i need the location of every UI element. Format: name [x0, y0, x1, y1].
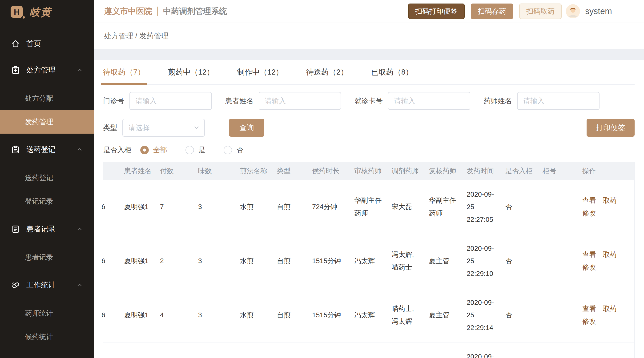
- type-select[interactable]: [122, 119, 205, 137]
- pharmacist-name-input[interactable]: [517, 92, 600, 110]
- cell-flavors: 3: [192, 234, 234, 288]
- radio-option-label: 全部: [153, 145, 167, 155]
- sidebar-subitem-pharmacist-stats[interactable]: 药师统计: [0, 302, 94, 325]
- take-link[interactable]: 取药: [603, 194, 617, 207]
- sidebar-item-label: 患者记录: [26, 224, 56, 234]
- radio-option-no[interactable]: 否: [224, 145, 244, 155]
- sidebar-subitem-wait-medicine-stats[interactable]: 候药统计: [0, 325, 94, 349]
- cell-cabinet-no: [537, 234, 577, 288]
- cell-actions: 查看取药修改: [577, 234, 634, 288]
- cell-dispense-pharmacist: 冯太辉,喵药士: [386, 234, 423, 288]
- cell-doses: 4: [154, 288, 192, 342]
- cell-dispense-time: 2020-09-25 22:29:14: [461, 288, 500, 342]
- cell-patient: 夏明强1: [119, 342, 154, 358]
- column-header-10: 发药时间: [461, 162, 500, 180]
- sidebar-subitem-dispense-mgmt[interactable]: 发药管理: [0, 110, 94, 134]
- table-row: 6夏明强143水煎自煎1515分钟冯太辉喵药士,冯太辉夏主管2020-09-25…: [103, 288, 634, 342]
- table-row: 6夏明强173水煎自煎724分钟华副主任药师宋大磊华副主任药师2020-09-2…: [103, 180, 634, 234]
- sidebar-subitem-label: 处方分配: [25, 94, 53, 103]
- tab-pending-delivery[interactable]: 待送药（2）: [306, 60, 348, 84]
- chevron-up-icon: [76, 282, 83, 288]
- topbar: 遵义市中医院 中药调剂管理系统 扫码打印便签扫码存药扫码取药 system: [94, 0, 644, 22]
- cell-dispense-pharmacist: 喵药士,冯太辉: [386, 288, 423, 342]
- cell-in-cabinet: 否: [500, 234, 537, 288]
- cell-cabinet-no: [537, 288, 577, 342]
- cell-flavors: 3: [192, 180, 234, 234]
- scan-print-note-button[interactable]: 扫码打印便签: [408, 3, 465, 19]
- patient-record-icon: [11, 224, 20, 234]
- search-button[interactable]: 查询: [229, 119, 264, 137]
- column-header-3: 味数: [192, 162, 234, 180]
- edit-link[interactable]: 修改: [582, 261, 596, 274]
- table-row: 6夏明强193水煎自煎1068分钟华副主任药师夏主管啊哈2020-09-26 1…: [103, 342, 634, 358]
- breadcrumb[interactable]: 处方管理 / 发药管理: [104, 31, 168, 41]
- cell-actions: 查看取药修改: [577, 342, 634, 358]
- type-select-input[interactable]: [122, 119, 205, 137]
- brand-logo-text: 岐黄: [30, 5, 52, 19]
- filter-pharmacist-name: 药师姓名: [484, 92, 600, 110]
- column-header-12: 柜号: [537, 162, 577, 180]
- take-link[interactable]: 取药: [603, 357, 617, 358]
- edit-link[interactable]: 修改: [582, 207, 596, 220]
- take-link[interactable]: 取药: [603, 248, 617, 261]
- chevron-up-icon: [76, 67, 83, 73]
- column-header-13: 操作: [577, 162, 634, 180]
- cell-audit-pharmacist: 冯太辉: [348, 234, 386, 288]
- sidebar-subitem-prescription-assign[interactable]: 处方分配: [0, 86, 94, 110]
- sidebar-item-home[interactable]: 首页: [0, 30, 94, 57]
- column-header-index: [103, 162, 119, 180]
- print-note-button[interactable]: 打印便签: [586, 119, 634, 137]
- cell-doses: 9: [154, 342, 192, 358]
- cell-in-cabinet: 否: [500, 342, 537, 358]
- tab-decocting[interactable]: 煎药中（12）: [168, 60, 214, 84]
- sidebar-item-label: 送药登记: [26, 145, 56, 155]
- view-link[interactable]: 查看: [582, 303, 596, 315]
- cell-check-pharmacist: 华副主任药师: [423, 180, 461, 234]
- delivery-icon: [11, 145, 20, 154]
- sidebar-subitem-patient-records-sub[interactable]: 患者记录: [0, 246, 94, 269]
- cell-flavors: 3: [192, 342, 234, 358]
- cell-in-cabinet: 否: [500, 180, 537, 234]
- radio-option-yes[interactable]: 是: [186, 145, 205, 155]
- scan-store-medicine-button[interactable]: 扫码存药: [471, 3, 513, 19]
- view-link[interactable]: 查看: [582, 194, 596, 207]
- outpatient-no-input[interactable]: [130, 92, 212, 110]
- user-menu[interactable]: system: [566, 4, 612, 18]
- cell-patient: 夏明强1: [119, 288, 154, 342]
- edit-link[interactable]: 修改: [582, 315, 596, 328]
- sidebar-item-work-stats[interactable]: 工作统计: [0, 272, 94, 298]
- cell-in-cabinet: 否: [500, 288, 537, 342]
- take-link[interactable]: 取药: [603, 303, 617, 315]
- prescription-icon: [11, 65, 20, 75]
- sidebar-subitem-register-records[interactable]: 登记记录: [0, 190, 94, 213]
- sidebar-subitem-delivery-register-sub[interactable]: 送药登记: [0, 166, 94, 190]
- sidebar-item-prescription-mgmt[interactable]: 处方管理: [0, 57, 94, 83]
- filter-row: 门诊号患者姓名就诊卡号药师姓名: [103, 92, 634, 110]
- svg-text:H: H: [14, 7, 20, 16]
- scan-take-medicine-button[interactable]: 扫码取药: [519, 3, 562, 19]
- sidebar-item-patient-records[interactable]: 患者记录: [0, 216, 94, 242]
- cell-dispense-time: 2020-09-25 22:29:10: [461, 234, 500, 288]
- radio-option-all[interactable]: 全部: [140, 145, 167, 155]
- tab-pending-pickup[interactable]: 待取药（7）: [103, 60, 145, 84]
- cell-audit-pharmacist: 华副主任药师: [348, 342, 386, 358]
- cell-cabinet-no: [537, 180, 577, 234]
- sidebar-item-delivery-register[interactable]: 送药登记: [0, 136, 94, 163]
- cell-actions: 查看取药修改: [577, 288, 634, 342]
- cell-cabinet-no: [537, 342, 577, 358]
- cell-check-pharmacist: 夏主管: [423, 234, 461, 288]
- cell-actions: 查看取药修改: [577, 180, 634, 234]
- row-index: 6: [102, 255, 105, 268]
- filter-row-2: 类型 查询 打印便签: [103, 119, 634, 137]
- radio-group: 全部是否: [140, 145, 262, 155]
- tab-picked-up[interactable]: 已取药（8）: [371, 60, 413, 84]
- content-card: 待取药（7）煎药中（12）制作中（12）待送药（2）已取药（8） 门诊号患者姓名…: [94, 60, 644, 358]
- view-link[interactable]: 查看: [582, 248, 596, 261]
- cell-wait-time: 1068分钟: [306, 342, 348, 358]
- view-link[interactable]: 查看: [582, 357, 596, 358]
- table-head: 患者姓名付数味数煎法名称类型侯药时长审核药师调剂药师复核药师发药时间是否入柜柜号…: [103, 162, 634, 180]
- patient-name-input[interactable]: [259, 92, 341, 110]
- tab-making[interactable]: 制作中（12）: [237, 60, 283, 84]
- visit-card-no-input[interactable]: [388, 92, 470, 110]
- system-title: 中药调剂管理系统: [163, 6, 227, 17]
